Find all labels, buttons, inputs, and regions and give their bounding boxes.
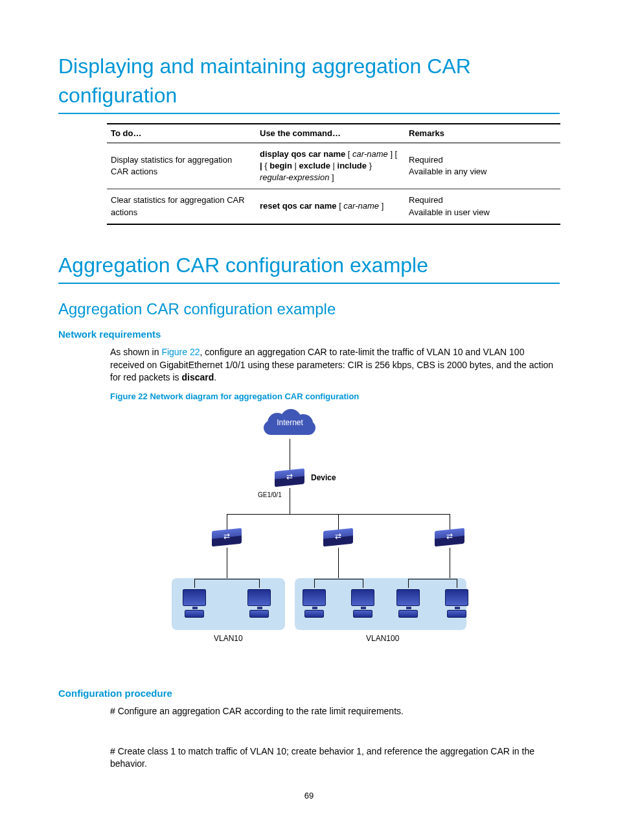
pc-icon	[181, 589, 207, 618]
pc-icon	[350, 589, 376, 618]
switch-icon: ⇄	[323, 530, 353, 549]
th-command: Use the command…	[256, 124, 405, 143]
network-diagram: Internet ⇄ Device GE1/0/1 ⇄ ⇄ ⇄ VLAN10 V…	[214, 406, 460, 679]
section-title-example: Aggregation CAR configuration example	[58, 251, 560, 284]
th-remarks: Remarks	[405, 124, 560, 143]
vlan10-label: VLAN10	[214, 633, 243, 644]
vlan100-label: VLAN100	[366, 633, 399, 644]
cell-todo: Clear statistics for aggregation CAR act…	[107, 189, 256, 224]
table-row: Display statistics for aggregation CAR a…	[107, 143, 560, 189]
cell-remarks: RequiredAvailable in user view	[405, 189, 560, 224]
switch-icon: ⇄	[212, 530, 242, 549]
figure-link[interactable]: Figure 22	[161, 347, 200, 357]
device-label: Device	[311, 472, 336, 484]
internet-cloud-icon: Internet	[262, 406, 317, 440]
command-table: To do… Use the command… Remarks Display …	[107, 123, 560, 225]
pc-icon	[395, 589, 421, 618]
internet-label: Internet	[262, 417, 317, 428]
cell-todo: Display statistics for aggregation CAR a…	[107, 143, 256, 189]
heading-network-requirements: Network requirements	[58, 327, 560, 341]
th-todo: To do…	[107, 124, 256, 143]
switch-icon: ⇄	[275, 470, 304, 489]
heading-configuration-procedure: Configuration procedure	[58, 686, 560, 700]
figure-caption: Figure 22 Network diagram for aggregatio…	[110, 391, 560, 402]
page-number: 69	[58, 790, 560, 802]
cell-command: display qos car name [ car-name ] [ | { …	[256, 143, 405, 189]
subsection-title-example: Aggregation CAR configuration example	[58, 298, 560, 320]
switch-icon: ⇄	[435, 530, 464, 549]
pc-icon	[246, 589, 272, 618]
paragraph-requirements: As shown in Figure 22, configure an aggr…	[110, 346, 560, 384]
pc-icon	[301, 589, 327, 618]
paragraph-step: # Create class 1 to match traffic of VLA…	[110, 745, 560, 771]
cell-command: reset qos car name [ car-name ]	[256, 189, 405, 224]
section-title-displaying: Displaying and maintaining aggregation C…	[58, 52, 560, 114]
paragraph-step: # Configure an aggregation CAR according…	[110, 705, 560, 718]
table-row: Clear statistics for aggregation CAR act…	[107, 189, 560, 224]
pc-icon	[444, 589, 470, 618]
cell-remarks: RequiredAvailable in any view	[405, 143, 560, 189]
port-label: GE1/0/1	[258, 491, 282, 500]
